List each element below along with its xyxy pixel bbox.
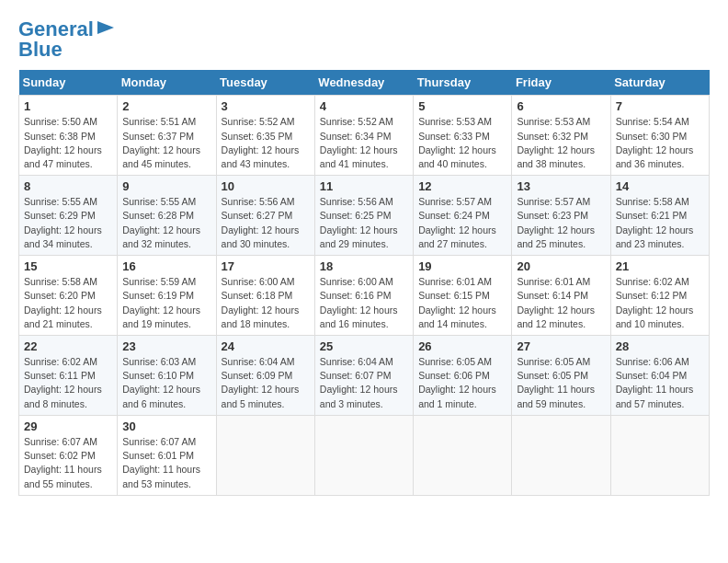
day-number: 10: [222, 179, 310, 193]
logo-arrow-icon: [96, 17, 116, 38]
calendar-cell: 2Sunrise: 5:51 AM Sunset: 6:37 PM Daylig…: [118, 96, 216, 176]
day-number: 19: [418, 259, 506, 273]
day-info: Sunrise: 5:50 AM Sunset: 6:38 PM Dayligh…: [24, 115, 112, 171]
day-info: Sunrise: 5:56 AM Sunset: 6:25 PM Dayligh…: [320, 195, 408, 251]
calendar-cell: 16Sunrise: 5:59 AM Sunset: 6:19 PM Dayli…: [118, 256, 216, 336]
day-info: Sunrise: 6:07 AM Sunset: 6:01 PM Dayligh…: [122, 435, 210, 491]
day-info: Sunrise: 5:52 AM Sunset: 6:34 PM Dayligh…: [320, 115, 408, 171]
day-of-week-monday: Monday: [118, 70, 216, 96]
day-info: Sunrise: 6:07 AM Sunset: 6:02 PM Dayligh…: [24, 435, 112, 491]
calendar-cell: 15Sunrise: 5:58 AM Sunset: 6:20 PM Dayli…: [19, 256, 118, 336]
calendar-cell: 14Sunrise: 5:58 AM Sunset: 6:21 PM Dayli…: [610, 176, 709, 256]
calendar-cell: 27Sunrise: 6:05 AM Sunset: 6:05 PM Dayli…: [512, 336, 610, 416]
svg-marker-0: [97, 21, 114, 34]
day-number: 21: [616, 259, 704, 273]
calendar-week-1: 1Sunrise: 5:50 AM Sunset: 6:38 PM Daylig…: [19, 96, 710, 176]
day-of-week-tuesday: Tuesday: [216, 70, 314, 96]
day-number: 22: [24, 339, 112, 353]
day-info: Sunrise: 5:53 AM Sunset: 6:33 PM Dayligh…: [418, 115, 506, 171]
day-info: Sunrise: 6:01 AM Sunset: 6:15 PM Dayligh…: [418, 275, 506, 331]
calendar-week-4: 22Sunrise: 6:02 AM Sunset: 6:11 PM Dayli…: [19, 336, 710, 416]
day-info: Sunrise: 5:57 AM Sunset: 6:24 PM Dayligh…: [418, 195, 506, 251]
day-number: 29: [24, 419, 112, 433]
day-number: 7: [616, 99, 704, 113]
day-number: 18: [320, 259, 408, 273]
day-info: Sunrise: 5:53 AM Sunset: 6:32 PM Dayligh…: [517, 115, 605, 171]
day-info: Sunrise: 5:54 AM Sunset: 6:30 PM Dayligh…: [616, 115, 704, 171]
day-info: Sunrise: 5:58 AM Sunset: 6:20 PM Dayligh…: [24, 275, 112, 331]
day-info: Sunrise: 6:05 AM Sunset: 6:05 PM Dayligh…: [517, 355, 605, 411]
day-number: 27: [517, 339, 605, 353]
day-info: Sunrise: 6:01 AM Sunset: 6:14 PM Dayligh…: [517, 275, 605, 331]
day-number: 24: [222, 339, 310, 353]
day-number: 30: [122, 419, 210, 433]
calendar-cell: 9Sunrise: 5:55 AM Sunset: 6:28 PM Daylig…: [118, 176, 216, 256]
calendar-cell: 17Sunrise: 6:00 AM Sunset: 6:18 PM Dayli…: [216, 256, 314, 336]
calendar-cell: 29Sunrise: 6:07 AM Sunset: 6:02 PM Dayli…: [19, 415, 118, 495]
day-info: Sunrise: 6:04 AM Sunset: 6:07 PM Dayligh…: [320, 355, 408, 411]
calendar-cell: 12Sunrise: 5:57 AM Sunset: 6:24 PM Dayli…: [414, 176, 512, 256]
day-of-week-saturday: Saturday: [610, 70, 709, 96]
calendar-cell: 4Sunrise: 5:52 AM Sunset: 6:34 PM Daylig…: [314, 96, 413, 176]
calendar-cell: 5Sunrise: 5:53 AM Sunset: 6:33 PM Daylig…: [414, 96, 512, 176]
calendar-week-3: 15Sunrise: 5:58 AM Sunset: 6:20 PM Dayli…: [19, 256, 710, 336]
day-of-week-sunday: Sunday: [19, 70, 118, 96]
day-number: 1: [24, 99, 112, 113]
day-number: 5: [418, 99, 506, 113]
calendar-cell: [512, 415, 610, 495]
calendar-cell: 26Sunrise: 6:05 AM Sunset: 6:06 PM Dayli…: [414, 336, 512, 416]
day-number: 9: [122, 179, 210, 193]
day-info: Sunrise: 5:58 AM Sunset: 6:21 PM Dayligh…: [616, 195, 704, 251]
calendar-cell: [216, 415, 314, 495]
day-info: Sunrise: 6:02 AM Sunset: 6:11 PM Dayligh…: [24, 355, 112, 411]
calendar-cell: 25Sunrise: 6:04 AM Sunset: 6:07 PM Dayli…: [314, 336, 413, 416]
day-of-week-friday: Friday: [512, 70, 610, 96]
calendar-cell: 11Sunrise: 5:56 AM Sunset: 6:25 PM Dayli…: [314, 176, 413, 256]
day-number: 14: [616, 179, 704, 193]
calendar-cell: [314, 415, 413, 495]
calendar-cell: 1Sunrise: 5:50 AM Sunset: 6:38 PM Daylig…: [19, 96, 118, 176]
day-number: 8: [24, 179, 112, 193]
calendar-cell: 24Sunrise: 6:04 AM Sunset: 6:09 PM Dayli…: [216, 336, 314, 416]
logo: General Blue: [18, 18, 116, 61]
day-info: Sunrise: 5:52 AM Sunset: 6:35 PM Dayligh…: [222, 115, 310, 171]
day-number: 3: [222, 99, 310, 113]
day-number: 25: [320, 339, 408, 353]
days-of-week-row: SundayMondayTuesdayWednesdayThursdayFrid…: [19, 70, 710, 96]
logo-blue-text: Blue: [18, 39, 63, 61]
calendar-cell: 19Sunrise: 6:01 AM Sunset: 6:15 PM Dayli…: [414, 256, 512, 336]
day-info: Sunrise: 5:55 AM Sunset: 6:29 PM Dayligh…: [24, 195, 112, 251]
day-number: 11: [320, 179, 408, 193]
day-number: 20: [517, 259, 605, 273]
calendar-cell: 3Sunrise: 5:52 AM Sunset: 6:35 PM Daylig…: [216, 96, 314, 176]
day-of-week-wednesday: Wednesday: [314, 70, 413, 96]
calendar-cell: 10Sunrise: 5:56 AM Sunset: 6:27 PM Dayli…: [216, 176, 314, 256]
calendar-cell: 6Sunrise: 5:53 AM Sunset: 6:32 PM Daylig…: [512, 96, 610, 176]
calendar-cell: 22Sunrise: 6:02 AM Sunset: 6:11 PM Dayli…: [19, 336, 118, 416]
day-number: 6: [517, 99, 605, 113]
day-info: Sunrise: 6:02 AM Sunset: 6:12 PM Dayligh…: [616, 275, 704, 331]
calendar-cell: 21Sunrise: 6:02 AM Sunset: 6:12 PM Dayli…: [610, 256, 709, 336]
day-info: Sunrise: 6:04 AM Sunset: 6:09 PM Dayligh…: [222, 355, 310, 411]
day-info: Sunrise: 6:05 AM Sunset: 6:06 PM Dayligh…: [418, 355, 506, 411]
calendar-week-5: 29Sunrise: 6:07 AM Sunset: 6:02 PM Dayli…: [19, 415, 710, 495]
day-info: Sunrise: 5:51 AM Sunset: 6:37 PM Dayligh…: [122, 115, 210, 171]
day-number: 23: [122, 339, 210, 353]
calendar-cell: 20Sunrise: 6:01 AM Sunset: 6:14 PM Dayli…: [512, 256, 610, 336]
day-info: Sunrise: 5:56 AM Sunset: 6:27 PM Dayligh…: [222, 195, 310, 251]
day-number: 2: [122, 99, 210, 113]
day-info: Sunrise: 6:00 AM Sunset: 6:18 PM Dayligh…: [222, 275, 310, 331]
day-number: 28: [616, 339, 704, 353]
calendar-table: SundayMondayTuesdayWednesdayThursdayFrid…: [18, 70, 710, 495]
calendar-cell: [414, 415, 512, 495]
day-of-week-thursday: Thursday: [414, 70, 512, 96]
calendar-cell: 30Sunrise: 6:07 AM Sunset: 6:01 PM Dayli…: [118, 415, 216, 495]
calendar-cell: 8Sunrise: 5:55 AM Sunset: 6:29 PM Daylig…: [19, 176, 118, 256]
calendar-body: 1Sunrise: 5:50 AM Sunset: 6:38 PM Daylig…: [19, 96, 710, 495]
day-number: 12: [418, 179, 506, 193]
day-info: Sunrise: 5:55 AM Sunset: 6:28 PM Dayligh…: [122, 195, 210, 251]
page-header: General Blue: [18, 18, 710, 61]
calendar-cell: [610, 415, 709, 495]
day-number: 17: [222, 259, 310, 273]
day-info: Sunrise: 6:03 AM Sunset: 6:10 PM Dayligh…: [122, 355, 210, 411]
